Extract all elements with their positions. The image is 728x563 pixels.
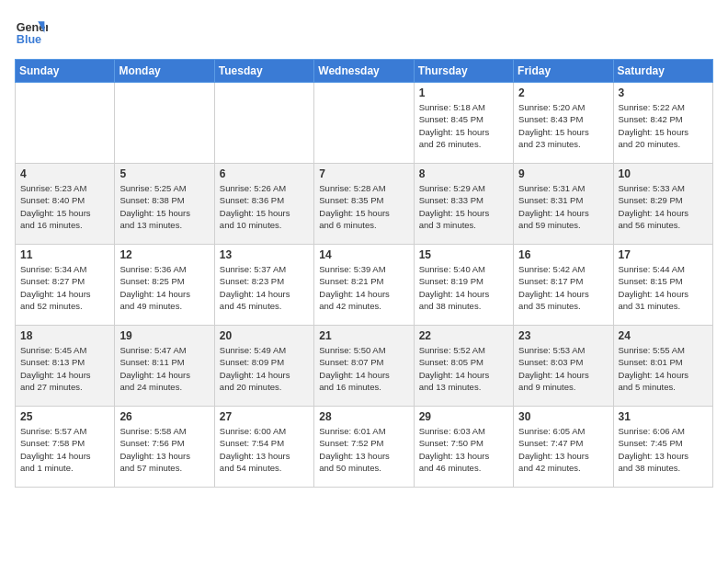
day-info: Sunrise: 5:31 AMSunset: 8:31 PMDaylight:… — [518, 182, 608, 231]
calendar-cell: 31Sunrise: 6:06 AMSunset: 7:45 PMDayligh… — [613, 407, 712, 488]
calendar-cell: 20Sunrise: 5:49 AMSunset: 8:09 PMDayligh… — [214, 326, 313, 407]
day-number: 22 — [419, 329, 508, 342]
weekday-header-monday: Monday — [115, 60, 214, 83]
logo: General Blue — [15, 15, 48, 48]
day-info: Sunrise: 5:47 AMSunset: 8:11 PMDaylight:… — [119, 344, 209, 393]
calendar-cell: 7Sunrise: 5:28 AMSunset: 8:35 PMDaylight… — [314, 164, 414, 245]
calendar-cell: 23Sunrise: 5:53 AMSunset: 8:03 PMDayligh… — [514, 326, 613, 407]
calendar-cell: 25Sunrise: 5:57 AMSunset: 7:58 PMDayligh… — [16, 407, 115, 488]
svg-text:Blue: Blue — [17, 33, 41, 46]
calendar-cell: 15Sunrise: 5:40 AMSunset: 8:19 PMDayligh… — [414, 245, 513, 326]
calendar-cell: 12Sunrise: 5:36 AMSunset: 8:25 PMDayligh… — [115, 245, 214, 326]
calendar-week-row: 4Sunrise: 5:23 AMSunset: 8:40 PMDaylight… — [16, 164, 713, 245]
day-number: 25 — [20, 410, 109, 423]
day-info: Sunrise: 5:25 AMSunset: 8:38 PMDaylight:… — [119, 182, 209, 231]
day-number: 2 — [518, 86, 608, 99]
day-info: Sunrise: 5:18 AMSunset: 8:45 PMDaylight:… — [419, 101, 508, 150]
calendar-cell — [115, 83, 214, 164]
day-number: 9 — [518, 167, 608, 180]
day-number: 10 — [619, 167, 708, 180]
day-info: Sunrise: 5:58 AMSunset: 7:56 PMDaylight:… — [119, 425, 209, 474]
day-number: 30 — [518, 410, 608, 423]
calendar-cell: 4Sunrise: 5:23 AMSunset: 8:40 PMDaylight… — [16, 164, 115, 245]
calendar-cell: 29Sunrise: 6:03 AMSunset: 7:50 PMDayligh… — [414, 407, 513, 488]
calendar-cell: 16Sunrise: 5:42 AMSunset: 8:17 PMDayligh… — [514, 245, 613, 326]
day-number: 17 — [619, 248, 708, 261]
day-number: 11 — [20, 248, 109, 261]
calendar-table: SundayMondayTuesdayWednesdayThursdayFrid… — [15, 59, 713, 488]
day-number: 12 — [119, 248, 209, 261]
day-info: Sunrise: 6:05 AMSunset: 7:47 PMDaylight:… — [518, 425, 608, 474]
day-info: Sunrise: 5:28 AMSunset: 8:35 PMDaylight:… — [319, 182, 408, 231]
day-info: Sunrise: 5:42 AMSunset: 8:17 PMDaylight:… — [518, 263, 608, 312]
weekday-header-saturday: Saturday — [613, 60, 712, 83]
calendar-cell: 2Sunrise: 5:20 AMSunset: 8:43 PMDaylight… — [514, 83, 613, 164]
day-info: Sunrise: 5:40 AMSunset: 8:19 PMDaylight:… — [419, 263, 508, 312]
day-info: Sunrise: 5:20 AMSunset: 8:43 PMDaylight:… — [518, 101, 608, 150]
day-number: 7 — [319, 167, 408, 180]
day-number: 14 — [319, 248, 408, 261]
day-info: Sunrise: 5:57 AMSunset: 7:58 PMDaylight:… — [20, 425, 109, 474]
calendar-cell: 22Sunrise: 5:52 AMSunset: 8:05 PMDayligh… — [414, 326, 513, 407]
weekday-header-friday: Friday — [514, 60, 613, 83]
calendar-week-row: 11Sunrise: 5:34 AMSunset: 8:27 PMDayligh… — [16, 245, 713, 326]
day-number: 23 — [518, 329, 608, 342]
calendar-cell: 30Sunrise: 6:05 AMSunset: 7:47 PMDayligh… — [514, 407, 613, 488]
day-number: 26 — [119, 410, 209, 423]
calendar-cell: 17Sunrise: 5:44 AMSunset: 8:15 PMDayligh… — [613, 245, 712, 326]
calendar-cell: 1Sunrise: 5:18 AMSunset: 8:45 PMDaylight… — [414, 83, 513, 164]
calendar-cell: 21Sunrise: 5:50 AMSunset: 8:07 PMDayligh… — [314, 326, 414, 407]
calendar-cell: 3Sunrise: 5:22 AMSunset: 8:42 PMDaylight… — [613, 83, 712, 164]
calendar-cell — [214, 83, 313, 164]
day-info: Sunrise: 5:26 AMSunset: 8:36 PMDaylight:… — [220, 182, 309, 231]
day-info: Sunrise: 6:03 AMSunset: 7:50 PMDaylight:… — [419, 425, 508, 474]
calendar-cell — [314, 83, 414, 164]
page-header: General Blue — [15, 15, 713, 48]
day-info: Sunrise: 5:33 AMSunset: 8:29 PMDaylight:… — [619, 182, 708, 231]
calendar-week-row: 18Sunrise: 5:45 AMSunset: 8:13 PMDayligh… — [16, 326, 713, 407]
day-number: 1 — [419, 86, 508, 99]
day-number: 8 — [419, 167, 508, 180]
weekday-header-tuesday: Tuesday — [214, 60, 313, 83]
calendar-cell: 14Sunrise: 5:39 AMSunset: 8:21 PMDayligh… — [314, 245, 414, 326]
day-number: 18 — [20, 329, 109, 342]
day-number: 31 — [619, 410, 708, 423]
calendar-cell: 19Sunrise: 5:47 AMSunset: 8:11 PMDayligh… — [115, 326, 214, 407]
calendar-cell: 9Sunrise: 5:31 AMSunset: 8:31 PMDaylight… — [514, 164, 613, 245]
day-info: Sunrise: 5:37 AMSunset: 8:23 PMDaylight:… — [220, 263, 309, 312]
calendar-cell — [16, 83, 115, 164]
day-info: Sunrise: 6:00 AMSunset: 7:54 PMDaylight:… — [220, 425, 309, 474]
day-number: 3 — [619, 86, 708, 99]
calendar-cell: 27Sunrise: 6:00 AMSunset: 7:54 PMDayligh… — [214, 407, 313, 488]
calendar-cell: 10Sunrise: 5:33 AMSunset: 8:29 PMDayligh… — [613, 164, 712, 245]
day-number: 4 — [20, 167, 109, 180]
day-info: Sunrise: 5:50 AMSunset: 8:07 PMDaylight:… — [319, 344, 408, 393]
weekday-header-thursday: Thursday — [414, 60, 513, 83]
day-info: Sunrise: 5:22 AMSunset: 8:42 PMDaylight:… — [619, 101, 708, 150]
calendar-cell: 8Sunrise: 5:29 AMSunset: 8:33 PMDaylight… — [414, 164, 513, 245]
calendar-cell: 5Sunrise: 5:25 AMSunset: 8:38 PMDaylight… — [115, 164, 214, 245]
day-number: 5 — [119, 167, 209, 180]
calendar-week-row: 25Sunrise: 5:57 AMSunset: 7:58 PMDayligh… — [16, 407, 713, 488]
day-info: Sunrise: 5:49 AMSunset: 8:09 PMDaylight:… — [220, 344, 309, 393]
day-number: 29 — [419, 410, 508, 423]
day-info: Sunrise: 5:36 AMSunset: 8:25 PMDaylight:… — [119, 263, 209, 312]
day-info: Sunrise: 5:44 AMSunset: 8:15 PMDaylight:… — [619, 263, 708, 312]
weekday-header-row: SundayMondayTuesdayWednesdayThursdayFrid… — [16, 60, 713, 83]
calendar-cell: 6Sunrise: 5:26 AMSunset: 8:36 PMDaylight… — [214, 164, 313, 245]
weekday-header-sunday: Sunday — [16, 60, 115, 83]
calendar-cell: 11Sunrise: 5:34 AMSunset: 8:27 PMDayligh… — [16, 245, 115, 326]
day-info: Sunrise: 6:06 AMSunset: 7:45 PMDaylight:… — [619, 425, 708, 474]
day-info: Sunrise: 5:52 AMSunset: 8:05 PMDaylight:… — [419, 344, 508, 393]
calendar-cell: 24Sunrise: 5:55 AMSunset: 8:01 PMDayligh… — [613, 326, 712, 407]
day-number: 6 — [220, 167, 309, 180]
day-number: 13 — [220, 248, 309, 261]
weekday-header-wednesday: Wednesday — [314, 60, 414, 83]
day-number: 27 — [220, 410, 309, 423]
day-number: 20 — [220, 329, 309, 342]
calendar-cell: 28Sunrise: 6:01 AMSunset: 7:52 PMDayligh… — [314, 407, 414, 488]
day-info: Sunrise: 5:39 AMSunset: 8:21 PMDaylight:… — [319, 263, 408, 312]
day-info: Sunrise: 5:34 AMSunset: 8:27 PMDaylight:… — [20, 263, 109, 312]
calendar-cell: 26Sunrise: 5:58 AMSunset: 7:56 PMDayligh… — [115, 407, 214, 488]
day-number: 16 — [518, 248, 608, 261]
